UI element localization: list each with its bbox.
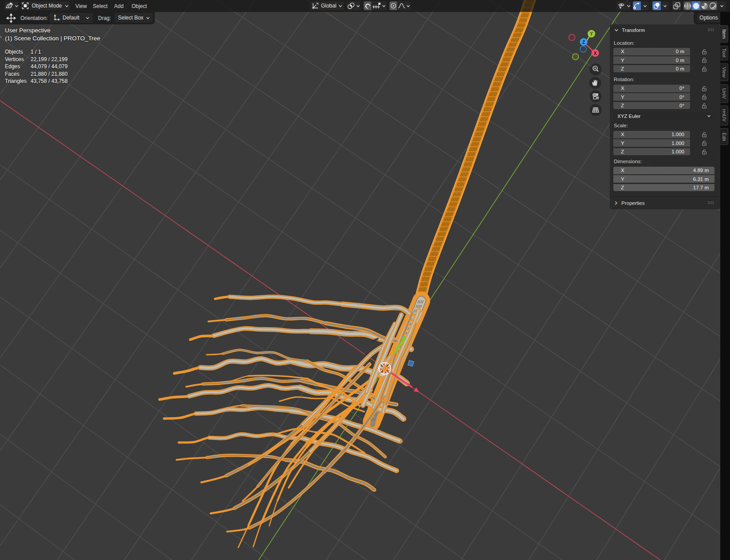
- svg-text:X: X: [594, 51, 597, 56]
- svg-text:Y: Y: [590, 31, 593, 36]
- svg-text:Z: Z: [582, 40, 585, 45]
